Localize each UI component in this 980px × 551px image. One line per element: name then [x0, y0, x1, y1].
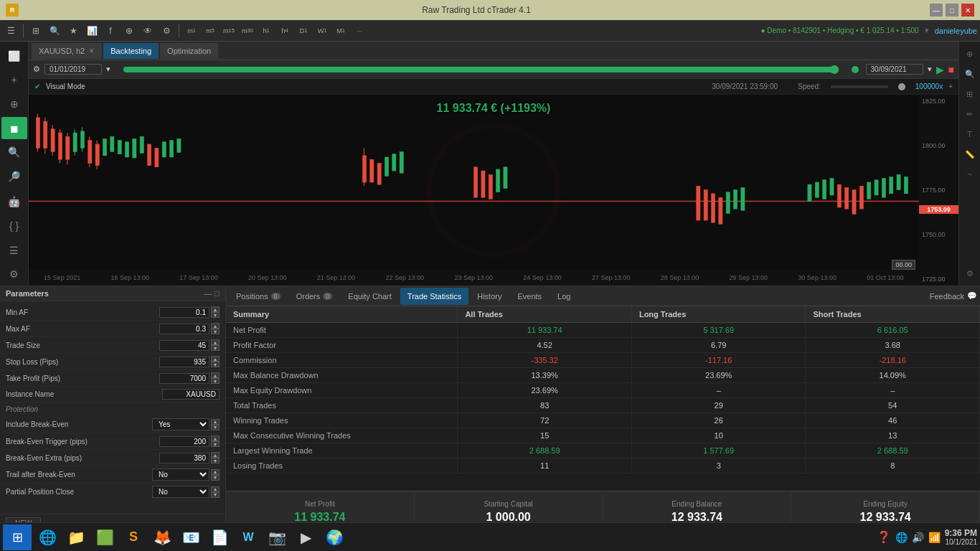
taskbar-firefox[interactable]: 🦊 — [149, 524, 175, 550]
down-arrow-2[interactable]: ▼ — [211, 329, 220, 334]
up-arrow-6[interactable]: ▲ — [211, 419, 220, 425]
down-arrow-3[interactable]: ▼ — [211, 345, 220, 351]
up-arrow-9[interactable]: ▲ — [211, 469, 220, 475]
sidebar-list[interactable]: ☰ — [1, 239, 27, 262]
rt-text[interactable]: T — [961, 125, 979, 143]
sidebar-new[interactable]: + — [1, 69, 27, 92]
param-partial-close-select[interactable]: NoYes — [152, 486, 209, 498]
tab-trade-statistics[interactable]: Trade Statistics — [400, 288, 468, 305]
tf-m30[interactable]: m30 — [240, 23, 255, 39]
taskbar-bars-icon[interactable]: 📶 — [928, 532, 941, 543]
bar-chart-icon[interactable]: 📊 — [84, 23, 100, 39]
sidebar-search[interactable]: 🔍 — [1, 141, 27, 164]
taskbar-globe[interactable]: 🌍 — [321, 524, 347, 550]
tab-xauusd[interactable]: XAUUSD, h2 ✕ — [32, 43, 102, 59]
tf-m15[interactable]: m15 — [221, 23, 237, 39]
taskbar-help-icon[interactable]: ❓ — [877, 530, 891, 544]
settings-icon[interactable]: ⚙ — [159, 23, 174, 39]
timeline[interactable] — [123, 67, 839, 72]
tab-backtesting[interactable]: Backtesting — [103, 43, 159, 59]
param-break-even-trigger-input[interactable] — [159, 436, 209, 447]
menu-icon[interactable]: ☰ — [3, 23, 19, 39]
sidebar-code[interactable]: { } — [1, 215, 27, 237]
minimize-button[interactable]: — — [930, 4, 943, 17]
tab-events[interactable]: Events — [510, 288, 549, 305]
taskbar-green[interactable]: 🟩 — [92, 524, 118, 550]
down-arrow-5[interactable]: ▼ — [211, 378, 220, 384]
param-max-af-input[interactable] — [159, 324, 209, 334]
rt-measure[interactable]: 📏 — [961, 145, 979, 164]
rt-config[interactable]: ⚙ — [961, 264, 979, 283]
plus-zoom-icon[interactable]: + — [948, 83, 953, 90]
taskbar-network-icon[interactable]: 🌐 — [895, 532, 908, 543]
params-minimize-icon[interactable]: — — [204, 289, 212, 298]
up-arrow-5[interactable]: ▲ — [211, 372, 220, 378]
sidebar-robot[interactable]: 🤖 — [1, 191, 27, 214]
tab-optimization[interactable]: Optimization — [160, 43, 218, 59]
tf-h1[interactable]: h1 — [258, 23, 274, 39]
tf-m1[interactable]: m1 — [184, 23, 199, 39]
param-trade-size-input[interactable] — [159, 340, 209, 351]
up-arrow-7[interactable]: ▲ — [211, 435, 220, 441]
start-date-input[interactable] — [44, 64, 102, 75]
chart-icon[interactable]: ⊞ — [28, 23, 44, 39]
down-arrow-10[interactable]: ▼ — [211, 492, 220, 498]
end-date-input[interactable] — [866, 64, 923, 75]
param-break-even-extra-input[interactable] — [159, 453, 209, 463]
feedback-button[interactable]: Feedback 💬 — [930, 291, 977, 301]
param-break-even-select[interactable]: YesNo — [152, 418, 209, 430]
rt-fib[interactable]: ~ — [961, 165, 979, 184]
visual-mode-label[interactable]: Visual Mode — [46, 83, 85, 90]
play-button[interactable]: ▶ — [936, 64, 944, 75]
up-arrow[interactable]: ▲ — [211, 306, 220, 312]
tf-w1[interactable]: W1 — [314, 23, 330, 39]
tf-h4[interactable]: h4 — [277, 23, 293, 39]
taskbar-media[interactable]: ▶ — [293, 524, 319, 550]
taskbar-folder[interactable]: 📁 — [63, 524, 89, 550]
down-arrow-8[interactable]: ▼ — [211, 458, 220, 463]
sidebar-magnify[interactable]: 🔎 — [1, 165, 27, 188]
param-take-profit-input[interactable] — [159, 373, 209, 384]
sidebar-gear[interactable]: ⚙ — [1, 263, 27, 286]
layers-icon[interactable]: ⊕ — [121, 23, 137, 39]
up-arrow-4[interactable]: ▲ — [211, 356, 220, 362]
taskbar-sublime[interactable]: S — [121, 524, 146, 550]
up-arrow-8[interactable]: ▲ — [211, 452, 220, 458]
taskbar-speaker-icon[interactable]: 🔊 — [912, 532, 924, 543]
tab-history[interactable]: History — [470, 288, 509, 305]
down-arrow-6[interactable]: ▼ — [211, 425, 220, 430]
settings-ctrl-icon[interactable]: ⚙ — [33, 65, 40, 74]
tab-equity-chart[interactable]: Equity Chart — [341, 288, 399, 305]
taskbar-photo[interactable]: 📷 — [264, 524, 290, 550]
rt-zoom[interactable]: 🔍 — [961, 65, 979, 83]
rt-draw[interactable]: ✏ — [961, 105, 979, 123]
rt-expand[interactable]: ⊞ — [961, 85, 979, 103]
up-arrow-3[interactable]: ▲ — [211, 339, 220, 345]
sidebar-active[interactable]: ◼ — [1, 117, 27, 140]
timeline-handle[interactable] — [830, 65, 839, 74]
tf-m5[interactable]: m5 — [202, 23, 218, 39]
taskbar-doc[interactable]: 📄 — [207, 524, 232, 550]
star-icon[interactable]: ★ — [65, 23, 81, 39]
param-instance-name-input[interactable] — [162, 389, 220, 400]
start-button[interactable]: ⊞ — [3, 524, 32, 550]
up-arrow-2[interactable]: ▲ — [211, 323, 220, 329]
stop-button[interactable]: ■ — [948, 64, 954, 75]
down-arrow-4[interactable]: ▼ — [211, 362, 220, 367]
calendar-end-icon[interactable]: ▾ — [928, 65, 932, 74]
param-stop-loss-input[interactable] — [159, 357, 209, 367]
sidebar-copy[interactable]: ⊕ — [1, 93, 27, 116]
tf-mn[interactable]: M1 — [333, 23, 349, 39]
taskbar-ie[interactable]: 🌐 — [34, 524, 60, 550]
candle-chart[interactable]: 11 933.74 € (+1193%) R — [29, 95, 958, 286]
tab-orders[interactable]: Orders 0 — [289, 288, 340, 305]
tab-log[interactable]: Log — [550, 288, 578, 305]
params-maximize-icon[interactable]: □ — [215, 289, 220, 298]
tab-close-icon[interactable]: ✕ — [89, 47, 95, 55]
maximize-button[interactable]: □ — [946, 4, 958, 17]
down-arrow-9[interactable]: ▼ — [211, 475, 220, 481]
tf-d1[interactable]: D1 — [296, 23, 311, 39]
param-min-af-input[interactable] — [159, 307, 209, 318]
down-arrow[interactable]: ▼ — [211, 312, 220, 318]
down-arrow-7[interactable]: ▼ — [211, 441, 220, 447]
